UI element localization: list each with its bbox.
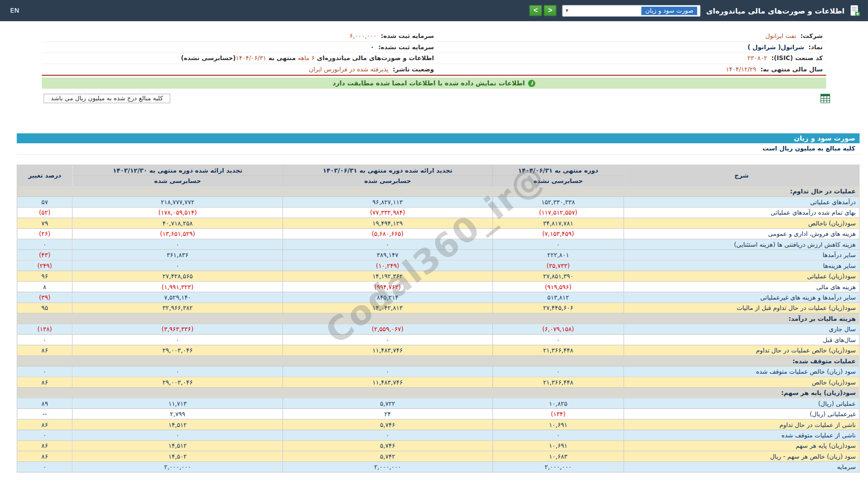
row-label: سود(زیان) عملیات در حال تداوم قبل از مال… — [624, 303, 859, 313]
statement-row: سود(زیان) خالص عملیات در حال تداوم۲۱,۳۶۶… — [17, 345, 859, 356]
statement-row: هزینه های فروش، اداری و عمومی(۷,۱۵۳,۴۵۹)… — [17, 229, 859, 239]
top-navbar: اطلاعات و صورت‌های مالی میاندوره‌ای صورت… — [0, 0, 868, 21]
statement-section: صورت سود و زیان کلیه مبالغ به میلیون ریا… — [17, 133, 859, 473]
period-value: (۷,۱۵۳,۴۵۹) — [492, 229, 624, 239]
change-percent-value: ۸۶ — [17, 441, 73, 451]
symbol-value: شرانول( شرانول ) — [747, 43, 804, 51]
change-percent-value: ۰ — [17, 462, 73, 472]
change-percent-value: ۰ — [17, 430, 73, 440]
change-percent-value: ۸۶ — [17, 451, 73, 461]
section-header-row: عملیات متوقف شده: — [17, 356, 859, 366]
period-value: ۲,۰۰۰,۰۰۰ — [283, 462, 492, 472]
period-value: ۸۴۵,۲۱۴ — [283, 292, 492, 302]
period-value: ۰ — [72, 430, 283, 440]
row-label: هزینه های فروش، اداری و عمومی — [624, 229, 859, 239]
publisher-status-cell: وضعیت ناشر: پذیرفته شده در فرابورس ایران — [45, 65, 434, 74]
period-value: ۲۲۲,۸۰۱ — [492, 250, 624, 260]
excel-export-icon[interactable] — [821, 94, 830, 103]
nav-back-button[interactable]: < — [529, 5, 542, 16]
period-end-date: ۱۴۰۴/۰۶/۳۱ — [236, 55, 267, 62]
statement-select-value: صورت سود و زیان — [642, 6, 698, 15]
statement-row: سال جاری(۶,۰۷۹,۱۵۸)(۲,۵۵۹,۰۶۷)(۳,۹۶۳,۳۳۶… — [17, 324, 859, 334]
row-label: هزینه های مالی — [624, 282, 859, 292]
period-value: ۰ — [283, 334, 492, 345]
period-value: ۰ — [492, 430, 624, 440]
period-info-prefix: اطلاعات و صورت‌های مالی میاندوره‌ای — [315, 55, 434, 62]
row-label: سود(زیان) پایه هر سهم — [624, 441, 859, 451]
period-value: ۱۴,۵۰۲ — [72, 451, 283, 461]
isic-label: کد صنعت (ISIC): — [771, 55, 823, 62]
section-label: عملیات در حال تداوم: — [17, 186, 859, 197]
period-value: (۵,۶۸۰,۶۶۵) — [283, 229, 492, 239]
statement-row: غیرعملیاتی (ریال)(۱۳۴)۲۴۲,۷۹۹-- — [17, 408, 859, 419]
page-title: اطلاعات و صورت‌های مالی میاندوره‌ای — [706, 6, 844, 15]
company-name-cell: شرکت: نفت ایرانول — [434, 32, 823, 40]
row-label: سایر درآمدها و هزینه های غیرعملیاتی — [624, 292, 859, 302]
company-name-value: نفت ایرانول — [765, 33, 796, 40]
statement-unit-note: کلیه مبالغ به میلیون ریال است — [17, 143, 859, 155]
period-value: ۴۰,۷۱۸,۲۵۸ — [72, 218, 283, 228]
column-header-period-current: دوره منتهی به ۱۴۰۴/۰۶/۳۱ — [492, 165, 624, 175]
company-info-panel: شرکت: نفت ایرانول سرمایه ثبت شده: ۶,۰۰۰,… — [42, 31, 826, 76]
period-value: ۰ — [492, 239, 624, 249]
period-value: ۱۰,۶۸۳ — [492, 451, 624, 461]
period-value: (۹۱۹,۵۹۶) — [492, 282, 624, 292]
nav-forward-button[interactable]: > — [544, 5, 557, 16]
period-value: ۱۰,۸۲۵ — [492, 398, 624, 408]
statement-row: سال‌های قبل۰۰۰۰ — [17, 334, 859, 345]
topbar-right-group: اطلاعات و صورت‌های مالی میاندوره‌ای صورت… — [529, 5, 860, 16]
period-value: (۷۷,۳۳۲,۹۸۴) — [283, 207, 492, 218]
company-info-row: شرکت: نفت ایرانول سرمایه ثبت شده: ۶,۰۰۰,… — [42, 31, 826, 42]
change-percent-value: ۹۵ — [17, 303, 73, 313]
period-value: ۱۴,۵۱۲ — [72, 419, 283, 430]
period-value: (۱۱۷,۵۱۲,۵۵۷) — [492, 207, 624, 218]
company-info-row: سال مالی منتهی به: ۱۴۰۴/۱۲/۲۹ وضعیت ناشر… — [42, 64, 826, 75]
signature-match-alert: i اطلاعات نمایش داده شده با اطلاعات امضا… — [42, 78, 826, 89]
income-statement-table: شرح دوره منتهی به ۱۴۰۴/۰۶/۳۱ تجدید ارائه… — [17, 164, 859, 473]
statement-table-body: عملیات در حال تداوم:درآمدهای عملیاتی۱۵۲,… — [17, 186, 859, 472]
isic-cell: کد صنعت (ISIC): ۲۳۰۸۰۲ — [434, 54, 823, 63]
financial-report-icon — [850, 5, 860, 16]
section-label: سود(زیان) پایه هر سهم: — [17, 387, 859, 398]
symbol-cell: نماد: شرانول( شرانول ) — [434, 43, 823, 52]
statement-row: هزینه کاهش ارزش دریافتنی ها (هزینه استثن… — [17, 239, 859, 249]
statement-title-bar: صورت سود و زیان — [17, 133, 859, 143]
column-header-period-restated-1: تجدید ارائه شده دوره منتهی به ۱۴۰۳/۰۶/۳۱ — [283, 165, 492, 175]
change-percent-value: ۹۶ — [17, 271, 73, 281]
change-percent-value: ۸ — [17, 282, 73, 292]
change-percent-value: ۷۹ — [17, 218, 73, 228]
change-percent-value: ۵۷ — [17, 197, 73, 207]
statement-row: درآمدهای عملیاتی۱۵۲,۳۳۰,۳۳۸۹۶,۸۲۷,۱۱۳۲۱۸… — [17, 197, 859, 207]
statement-row: سود(زیان) خالص۲۱,۳۶۶,۴۴۸۱۱,۴۸۳,۷۴۶۲۹,۰۰۳… — [17, 377, 859, 387]
change-percent-value: (۱۳۸) — [17, 324, 73, 334]
row-label: ناشی از عملیات متوقف شده — [624, 430, 859, 440]
language-toggle[interactable]: EN — [10, 7, 19, 14]
statement-row: سایر درآمدها۲۲۲,۸۰۱۳۸۹,۱۴۷۳۶۱,۸۳۶(۴۳) — [17, 250, 859, 260]
row-label: ناشی از عملیات در حال تداوم — [624, 419, 859, 430]
row-label: سال‌های قبل — [624, 334, 859, 345]
row-label: بهای تمام شده درآمدهای عملیاتی — [624, 207, 859, 218]
info-icon: i — [528, 80, 535, 87]
change-percent-value: (۳۹) — [17, 292, 73, 302]
period-value: (۲,۵۵۹,۰۶۷) — [283, 324, 492, 334]
unregistered-capital-value: ۰ — [370, 43, 374, 51]
statement-select[interactable]: صورت سود و زیان ▾ — [562, 5, 701, 16]
change-percent-value: ۰ — [17, 334, 73, 345]
period-audit-status: (حسابرسی نشده) — [181, 55, 236, 62]
audit-status-restated-2: حسابرسی شده — [72, 175, 283, 186]
audit-status-restated-1: حسابرسی شده — [283, 175, 492, 186]
change-percent-value: (۲۴۹) — [17, 260, 73, 271]
statement-table-header: شرح دوره منتهی به ۱۴۰۴/۰۶/۳۱ تجدید ارائه… — [17, 165, 859, 186]
period-value: ۰ — [283, 366, 492, 377]
period-value: ۳۶۱,۸۳۶ — [72, 250, 283, 260]
row-label: غیرعملیاتی (ریال) — [624, 408, 859, 419]
fiscal-year-cell: سال مالی منتهی به: ۱۴۰۴/۱۲/۲۹ — [434, 65, 823, 74]
period-value: ۳۴,۸۱۷,۷۸۱ — [492, 218, 624, 228]
statement-row: سود(زیان) عملیاتی۲۷,۸۵۱,۳۹۰۱۴,۱۹۲,۳۶۲۲۷,… — [17, 271, 859, 281]
period-value: ۷,۵۲۹,۱۴۰ — [72, 292, 283, 302]
period-value: ۱۱,۴۸۳,۷۴۶ — [283, 377, 492, 387]
period-value: (۶,۰۷۹,۱۵۸) — [492, 324, 624, 334]
change-percent-value: ۸۶ — [17, 419, 73, 430]
period-value: ۰ — [492, 366, 624, 377]
column-header-description: شرح — [624, 165, 859, 186]
